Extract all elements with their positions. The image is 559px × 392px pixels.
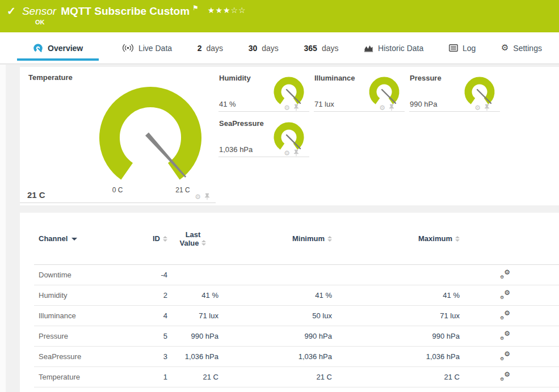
tab-log[interactable]: Log — [447, 32, 478, 64]
gauge-toolbar: ⚙ — [379, 104, 394, 111]
main-gauge-title: Temperature — [28, 73, 73, 82]
tab-historic-data[interactable]: Historic Data — [362, 32, 426, 64]
gauge-scale-max: 21 C — [175, 186, 190, 194]
cell-channel[interactable]: Humidity — [34, 291, 136, 300]
gauges-panel: Temperature 0 C 21 C 21 C ⚙ Humidity 41 … — [20, 67, 559, 205]
tab-bar: Overview Live Data 2 days 30 days 365 da… — [0, 32, 559, 64]
cell-id: 3 — [136, 352, 167, 361]
tab-historic-data-label: Historic Data — [378, 44, 423, 53]
tab-365-days-unit: days — [322, 44, 339, 53]
tab-settings[interactable]: ⚙ Settings — [499, 32, 544, 64]
tab-live-data[interactable]: Live Data — [120, 32, 174, 64]
column-header-minimum[interactable]: Minimum — [218, 234, 332, 243]
gauge-tile: Humidity 41 % ⚙ — [218, 73, 309, 112]
cell-channel[interactable]: Downtime — [34, 271, 136, 279]
table-row: Temperature 1 21 C 21 C 21 C ⚙ ⚙ — [34, 367, 559, 387]
column-header-value-label: Value — [180, 239, 199, 247]
column-header-maximum[interactable]: Maximum — [332, 234, 460, 243]
cell-channel[interactable]: SeaPressure — [34, 352, 136, 361]
status-check-icon: ✓ — [7, 4, 16, 19]
gauge-tile: SeaPressure 1,036 hPa ⚙ — [218, 119, 309, 157]
sort-desc-icon — [72, 238, 77, 241]
cell-last-value: 1,036 hPa — [167, 352, 218, 361]
pin-icon[interactable] — [389, 104, 394, 111]
cell-minimum: 1,036 hPa — [218, 352, 332, 361]
stars-empty[interactable]: ☆☆ — [231, 6, 246, 15]
cell-maximum: 990 hPa — [332, 332, 460, 340]
tile-title: Humidity — [219, 74, 251, 82]
tab-365-days[interactable]: 365 days — [302, 32, 341, 64]
histogram-icon — [364, 44, 373, 52]
cell-channel[interactable]: Illuminance — [34, 311, 136, 320]
table-row: SeaPressure 3 1,036 hPa 1,036 hPa 1,036 … — [34, 347, 559, 367]
channel-settings-icon[interactable]: ⚙ ⚙ — [500, 291, 510, 300]
channel-settings-icon[interactable]: ⚙ ⚙ — [500, 332, 510, 340]
column-header-id[interactable]: ID — [136, 234, 167, 243]
tab-2-days-number: 2 — [197, 44, 202, 53]
channel-gear-icon[interactable]: ⚙ — [195, 193, 201, 200]
table-header-row: Channel ID Last Value Minimum Maximum — [34, 213, 559, 265]
log-icon — [449, 44, 458, 52]
tab-log-label: Log — [463, 44, 476, 53]
cell-minimum: 50 lux — [218, 311, 332, 320]
sort-icon — [455, 236, 460, 242]
table-row: Humidity 2 41 % 41 % 41 % ⚙ ⚙ — [34, 285, 559, 306]
tab-2-days-unit: days — [207, 44, 224, 53]
table-body: Downtime -4 ⚙ ⚙ Humidity 2 41 % 41 % 41 … — [20, 265, 559, 387]
gear-icon: ⚙ — [501, 44, 508, 52]
channel-settings-icon[interactable]: ⚙ ⚙ — [500, 311, 510, 320]
cell-maximum: 71 lux — [332, 311, 460, 320]
pin-icon[interactable] — [293, 104, 299, 111]
cell-id: 4 — [136, 311, 167, 320]
tile-title: Pressure — [410, 74, 442, 82]
stars-filled[interactable]: ★★★ — [208, 6, 231, 15]
flag-icon[interactable]: ⚑ — [192, 4, 199, 12]
cell-id: 5 — [136, 332, 167, 340]
channel-gear-icon[interactable]: ⚙ — [284, 150, 290, 157]
sort-icon — [163, 236, 167, 242]
tab-live-data-label: Live Data — [138, 44, 172, 53]
main-gauge-temperature: Temperature 0 C 21 C 21 C ⚙ — [20, 67, 216, 203]
cell-id: -4 — [136, 271, 167, 279]
tab-overview-label: Overview — [48, 44, 83, 53]
channel-settings-icon[interactable]: ⚙ ⚙ — [500, 373, 510, 381]
cell-channel[interactable]: Temperature — [34, 373, 136, 381]
pin-icon[interactable] — [204, 193, 210, 200]
gauge-toolbar: ⚙ — [284, 149, 299, 157]
channel-settings-icon[interactable]: ⚙ ⚙ — [500, 271, 510, 279]
cell-last-value: 21 C — [167, 373, 218, 381]
pin-icon[interactable] — [293, 149, 299, 157]
cell-id: 1 — [136, 373, 167, 381]
column-header-channel[interactable]: Channel — [34, 234, 136, 243]
channel-settings-icon[interactable]: ⚙ ⚙ — [500, 352, 510, 361]
cell-channel[interactable]: Pressure — [34, 332, 136, 340]
priority-stars[interactable]: ★★★☆☆ — [208, 6, 246, 15]
tab-2-days[interactable]: 2 days — [195, 32, 225, 64]
gauge-tile: Pressure 990 hPa ⚙ — [409, 73, 500, 112]
column-header-last-value[interactable]: Last Value — [167, 230, 218, 247]
cell-last-value: 41 % — [167, 291, 218, 300]
gauge-scale-min: 0 C — [112, 186, 123, 194]
tab-30-days[interactable]: 30 days — [246, 32, 281, 64]
tab-overview[interactable]: Overview — [17, 32, 99, 64]
live-data-icon — [122, 44, 134, 52]
cell-maximum: 21 C — [332, 373, 460, 381]
cell-maximum: 41 % — [332, 291, 460, 300]
pin-icon[interactable] — [484, 104, 490, 111]
channel-gear-icon[interactable]: ⚙ — [474, 104, 481, 111]
main-gauge-value: 21 C — [27, 190, 45, 200]
page-left-margin — [0, 65, 6, 392]
cell-last-value: 990 hPa — [167, 332, 218, 340]
gauge-toolbar: ⚙ — [474, 104, 490, 111]
cell-minimum: 41 % — [218, 291, 332, 300]
sensor-status-badge: OK — [35, 19, 45, 26]
cell-minimum: 21 C — [218, 373, 332, 381]
gauge-icon — [33, 43, 43, 53]
channel-gear-icon[interactable]: ⚙ — [284, 104, 290, 111]
cell-minimum: 990 hPa — [218, 332, 332, 340]
table-row: Pressure 5 990 hPa 990 hPa 990 hPa ⚙ ⚙ — [34, 326, 559, 347]
column-header-channel-label: Channel — [39, 234, 68, 243]
channel-gear-icon[interactable]: ⚙ — [379, 104, 385, 111]
object-kind-label: Sensor — [22, 4, 56, 19]
tab-365-days-number: 365 — [304, 44, 317, 53]
